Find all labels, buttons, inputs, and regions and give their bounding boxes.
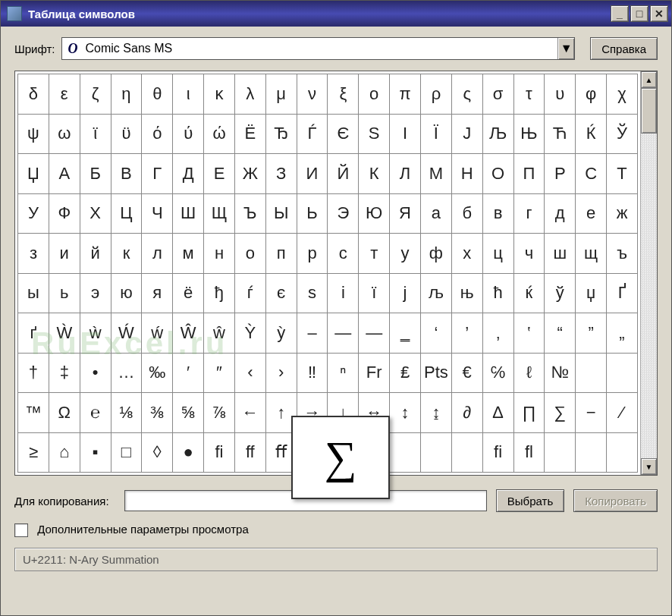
char-cell[interactable]: ы <box>18 273 49 313</box>
char-cell[interactable]: У <box>18 193 49 234</box>
char-cell[interactable]: – <box>297 313 328 354</box>
char-cell[interactable]: Fr <box>359 353 390 393</box>
char-cell[interactable]: т <box>359 234 390 274</box>
char-cell[interactable]: С <box>576 154 607 194</box>
char-cell[interactable]: Ц <box>111 193 142 234</box>
char-cell[interactable]: ο <box>359 74 390 115</box>
char-cell[interactable]: к <box>111 234 142 274</box>
char-cell[interactable]: ь <box>49 273 80 313</box>
char-cell[interactable]: љ <box>420 273 451 313</box>
char-cell[interactable]: Ќ <box>576 114 607 154</box>
scroll-thumb[interactable] <box>641 88 657 134</box>
maximize-button[interactable]: □ <box>630 5 648 22</box>
char-cell[interactable]: ‛ <box>513 313 545 354</box>
char-cell[interactable]: ј <box>390 273 421 313</box>
advanced-checkbox[interactable] <box>14 523 28 537</box>
char-cell[interactable]: Ж <box>234 154 265 194</box>
char-cell[interactable]: υ <box>545 74 576 115</box>
char-cell[interactable]: в <box>482 193 513 234</box>
char-cell[interactable]: ‹ <box>234 353 265 393</box>
char-cell[interactable]: … <box>111 353 142 393</box>
scrollbar[interactable]: ▲ ▼ <box>640 71 657 475</box>
char-cell[interactable]: о <box>234 234 265 274</box>
char-cell[interactable]: № <box>545 353 576 393</box>
char-cell[interactable]: ї <box>359 273 390 313</box>
char-cell[interactable]: Ї <box>420 114 451 154</box>
char-cell[interactable]: ⅜ <box>142 393 173 433</box>
char-cell[interactable]: ч <box>513 234 545 274</box>
char-cell[interactable]: • <box>80 353 111 393</box>
char-cell[interactable]: κ <box>204 74 235 115</box>
char-cell[interactable]: τ <box>513 74 545 115</box>
char-cell[interactable]: Ћ <box>545 114 576 154</box>
char-cell[interactable]: “ <box>545 313 576 354</box>
char-cell[interactable]: Ђ <box>265 114 297 154</box>
char-cell[interactable]: ф <box>420 234 451 274</box>
char-cell[interactable]: О <box>482 154 513 194</box>
char-cell[interactable]: б <box>451 193 482 234</box>
char-cell[interactable]: ψ <box>18 114 49 154</box>
char-cell[interactable]: ц <box>482 234 513 274</box>
char-cell[interactable]: Г <box>142 154 173 194</box>
char-cell[interactable]: ‰ <box>142 353 173 393</box>
char-cell[interactable]: ζ <box>80 74 111 115</box>
char-cell[interactable]: Ј <box>451 114 482 154</box>
char-cell[interactable]: fi <box>482 432 513 473</box>
char-cell[interactable]: ẃ <box>142 313 173 354</box>
char-cell[interactable]: ‡ <box>49 353 80 393</box>
char-cell[interactable]: Pts <box>420 353 451 393</box>
char-cell[interactable]: ™ <box>18 393 49 433</box>
char-cell[interactable]: ’ <box>451 313 482 354</box>
char-cell[interactable]: θ <box>142 74 173 115</box>
char-cell[interactable]: ⅞ <box>204 393 235 433</box>
char-cell[interactable]: ў <box>545 273 576 313</box>
char-cell[interactable]: Љ <box>482 114 513 154</box>
char-cell[interactable]: п <box>265 234 297 274</box>
char-cell[interactable]: ′ <box>173 353 204 393</box>
char-cell[interactable]: П <box>513 154 545 194</box>
char-cell[interactable]: х <box>451 234 482 274</box>
char-cell[interactable]: Ў <box>607 114 638 154</box>
char-cell[interactable]: е <box>576 193 607 234</box>
font-select[interactable]: O Comic Sans MS ▼ <box>61 37 576 60</box>
char-cell[interactable] <box>545 432 576 473</box>
char-cell[interactable]: Л <box>390 154 421 194</box>
char-cell[interactable]: ↨ <box>420 393 451 433</box>
char-cell[interactable]: ∆ <box>482 393 513 433</box>
char-cell[interactable]: Ẃ <box>111 313 142 354</box>
char-cell[interactable]: ″ <box>204 353 235 393</box>
char-cell[interactable] <box>420 432 451 473</box>
char-cell[interactable]: ђ <box>204 273 235 313</box>
char-cell[interactable]: ж <box>607 193 638 234</box>
char-cell[interactable]: Ỳ <box>234 313 265 354</box>
char-cell[interactable]: μ <box>265 74 297 115</box>
char-cell[interactable]: ѓ <box>234 273 265 313</box>
char-cell[interactable]: ι <box>173 74 204 115</box>
char-cell[interactable]: η <box>111 74 142 115</box>
char-cell[interactable]: φ <box>576 74 607 115</box>
char-cell[interactable]: З <box>265 154 297 194</box>
char-cell[interactable]: ν <box>297 74 328 115</box>
help-button[interactable]: Справка <box>590 37 658 60</box>
char-cell[interactable]: л <box>142 234 173 274</box>
char-cell[interactable]: Р <box>545 154 576 194</box>
char-cell[interactable]: џ <box>576 273 607 313</box>
char-cell[interactable]: Ы <box>265 193 297 234</box>
char-cell[interactable]: Ѕ <box>359 114 390 154</box>
char-cell[interactable]: ⁿ <box>328 353 359 393</box>
char-cell[interactable]: ό <box>142 114 173 154</box>
char-cell[interactable]: Х <box>80 193 111 234</box>
char-cell[interactable]: ↕ <box>390 393 421 433</box>
char-cell[interactable]: з <box>18 234 49 274</box>
char-cell[interactable]: Д <box>173 154 204 194</box>
char-cell[interactable]: ∑ <box>545 393 576 433</box>
char-cell[interactable]: и <box>49 234 80 274</box>
char-cell[interactable]: І <box>390 114 421 154</box>
char-cell[interactable]: › <box>265 353 297 393</box>
char-cell[interactable]: ← <box>234 393 265 433</box>
char-cell[interactable]: ff <box>234 432 265 473</box>
char-cell[interactable]: Щ <box>204 193 235 234</box>
char-cell[interactable]: ε <box>49 74 80 115</box>
char-cell[interactable]: Ґ <box>607 273 638 313</box>
char-cell[interactable]: δ <box>18 74 49 115</box>
